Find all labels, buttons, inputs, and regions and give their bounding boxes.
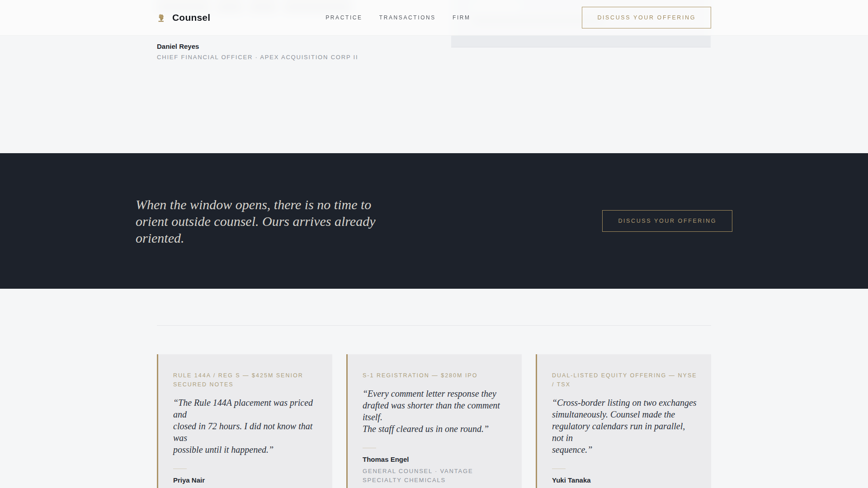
deal-label: S-1 REGISTRATION — $280M IPO: [363, 371, 509, 380]
brand-name: Counsel: [172, 12, 210, 23]
attribution-role: CHIEF FINANCIAL OFFICER · APEX ACQUISITI…: [157, 54, 358, 61]
testimonial-name: Priya Nair: [173, 476, 320, 484]
nav-item-firm[interactable]: FIRM: [453, 12, 471, 23]
brand-logo[interactable]: Counsel: [157, 12, 210, 23]
mini-divider: [173, 469, 187, 469]
section-divider: [157, 325, 711, 326]
banner-quote: When the window opens, there is no time …: [136, 196, 376, 246]
nav-item-transactions[interactable]: TRANSACTIONS: [379, 12, 436, 23]
testimonials-section: RULE 144A / REG S — $425M SENIOR SECURED…: [0, 289, 868, 488]
testimonial-role: GENERAL COUNSEL · VANTAGE SPECIALTY CHEM…: [363, 467, 509, 485]
site-header: Counsel PRACTICE TRANSACTIONS FIRM DISCU…: [0, 0, 868, 36]
main-nav: PRACTICE TRANSACTIONS FIRM: [326, 12, 470, 23]
mini-divider: [363, 448, 376, 448]
gavel-icon: [157, 13, 166, 23]
testimonial-quote: “The Rule 144A placement was priced and …: [173, 397, 320, 455]
testimonial-card: DUAL-LISTED EQUITY OFFERING — NYSE / TSX…: [536, 354, 711, 488]
cta-banner: When the window opens, there is no time …: [0, 153, 868, 289]
testimonial-quote: “Cross-border listing on two exchanges s…: [552, 397, 698, 455]
deal-label: DUAL-LISTED EQUITY OFFERING — NYSE / TSX: [552, 371, 698, 389]
mini-divider: [552, 469, 566, 469]
testimonial-name: Yuki Tanaka: [552, 476, 698, 484]
testimonials-grid: RULE 144A / REG S — $425M SENIOR SECURED…: [157, 354, 711, 488]
header-discuss-offering-button[interactable]: DISCUSS YOUR OFFERING: [582, 7, 711, 28]
banner-discuss-offering-button[interactable]: DISCUSS YOUR OFFERING: [602, 210, 732, 232]
testimonial-name: Thomas Engel: [363, 455, 509, 463]
nav-item-practice[interactable]: PRACTICE: [326, 12, 362, 23]
deal-label: RULE 144A / REG S — $425M SENIOR SECURED…: [173, 371, 320, 389]
testimonial-attribution: Daniel Reyes CHIEF FINANCIAL OFFICER · A…: [157, 42, 358, 61]
testimonial-card: S-1 REGISTRATION — $280M IPO “Every comm…: [346, 354, 522, 488]
testimonial-quote: “Every comment letter response they draf…: [363, 388, 509, 435]
attribution-name: Daniel Reyes: [157, 42, 358, 50]
testimonial-card: RULE 144A / REG S — $425M SENIOR SECURED…: [157, 354, 332, 488]
